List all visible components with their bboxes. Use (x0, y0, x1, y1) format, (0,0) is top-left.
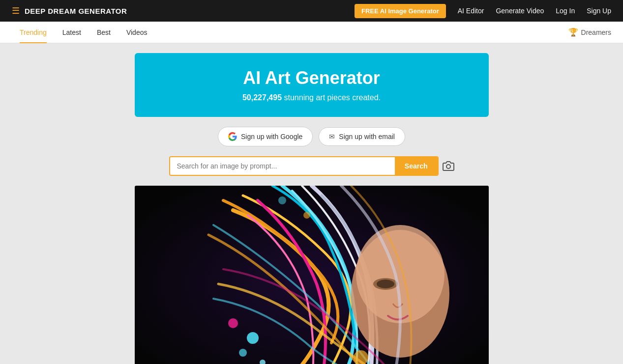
signup-link[interactable]: Sign Up (587, 7, 611, 15)
site-logo: DEEP DREAM GENERATOR (25, 7, 127, 15)
subnav-tabs: Trending Latest Best Videos (12, 22, 155, 43)
hero-title: AI Art Generator (154, 68, 469, 88)
tab-trending[interactable]: Trending (12, 22, 55, 43)
svg-point-0 (446, 165, 450, 168)
free-ai-generator-button[interactable]: FREE AI Image Generator (355, 4, 446, 18)
menu-icon[interactable]: ☰ (12, 5, 20, 16)
search-input[interactable] (170, 157, 395, 175)
signup-row: Sign up with Google ✉ Sign up with email (218, 127, 405, 146)
google-icon (228, 132, 237, 141)
subnav: Trending Latest Best Videos 🏆 Dreamers (0, 22, 623, 43)
svg-point-6 (228, 318, 238, 328)
generate-video-link[interactable]: Generate Video (496, 7, 544, 15)
ai-editor-link[interactable]: AI Editor (458, 7, 484, 15)
header: ☰ DEEP DREAM GENERATOR FREE AI Image Gen… (0, 0, 623, 22)
featured-image (135, 186, 489, 364)
email-signup-label: Sign up with email (339, 133, 395, 140)
search-input-wrap: Search (169, 156, 439, 176)
header-nav: FREE AI Image Generator AI Editor Genera… (355, 4, 611, 18)
trophy-icon: 🏆 (568, 28, 578, 37)
svg-point-8 (303, 212, 310, 219)
login-link[interactable]: Log In (556, 7, 575, 15)
hero-subtitle: 50,227,495 stunning art pieces created. (154, 93, 469, 102)
camera-search-button[interactable] (443, 160, 454, 172)
google-signup-button[interactable]: Sign up with Google (218, 127, 313, 146)
dreamers-section: 🏆 Dreamers (568, 28, 611, 37)
svg-point-3 (247, 332, 259, 344)
hero-banner: AI Art Generator 50,227,495 stunning art… (135, 53, 489, 117)
camera-icon (443, 160, 454, 172)
hero-subtitle-text: stunning art pieces created. (284, 93, 381, 102)
header-left: ☰ DEEP DREAM GENERATOR (12, 5, 127, 16)
svg-point-12 (377, 280, 394, 288)
search-row: Search (169, 156, 454, 176)
email-signup-button[interactable]: ✉ Sign up with email (319, 127, 405, 146)
tab-best[interactable]: Best (89, 22, 119, 43)
hero-count: 50,227,495 (242, 93, 282, 102)
main-content: AI Art Generator 50,227,495 stunning art… (0, 43, 623, 364)
dreamers-label: Dreamers (581, 28, 611, 36)
svg-point-4 (239, 349, 247, 357)
featured-artwork (135, 186, 489, 364)
search-button[interactable]: Search (395, 157, 438, 175)
featured-image-wrap (135, 186, 489, 364)
email-icon: ✉ (329, 133, 335, 140)
svg-point-15 (278, 196, 286, 204)
tab-videos[interactable]: Videos (119, 22, 155, 43)
tab-latest[interactable]: Latest (55, 22, 89, 43)
google-signup-label: Sign up with Google (241, 133, 302, 140)
